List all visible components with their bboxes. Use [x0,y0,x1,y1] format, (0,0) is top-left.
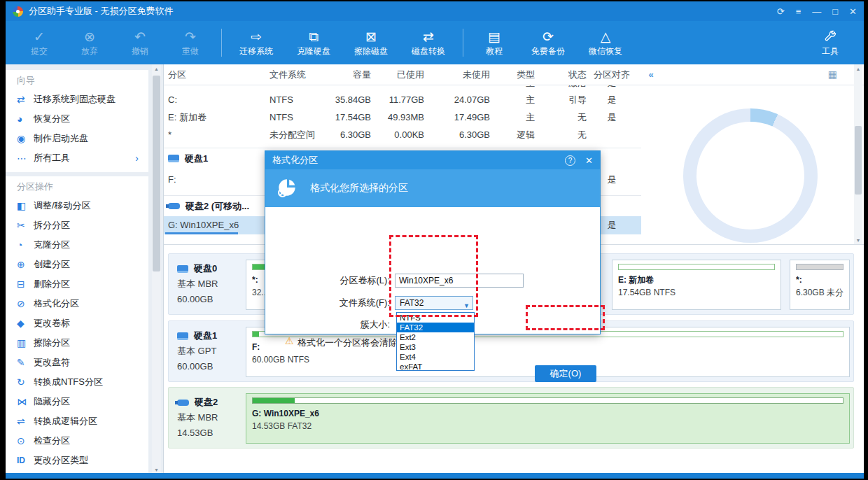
usb-drive-icon [168,203,180,209]
sidebar-item-resize-move[interactable]: ◧ 调整/移动分区 [6,196,148,216]
disk2-size: 14.53GB [177,425,218,441]
col-capacity[interactable]: 容量 [322,64,371,85]
migrate-os-button[interactable]: ⇨ 迁移系统 [227,29,285,56]
sidebar-item-change-drive-letter[interactable]: ✎ 更改盘符 [6,353,148,372]
col-type[interactable]: 类型 [490,64,535,85]
sidebar-item-clone-partition[interactable]: ◔ 克隆分区 [6,235,148,255]
minimize-button[interactable]: — [812,6,821,17]
disk2-partition-g-selected[interactable]: G: Win10XPE_x6 14.53GB FAT32 [246,393,850,444]
plus-icon: ⊕ [17,259,34,270]
option-exfat[interactable]: exFAT [397,362,474,372]
undo-button[interactable]: ↶ 撤销 [115,29,165,56]
resize-icon: ◧ [17,200,34,211]
trash-icon: ⊟ [17,278,34,290]
usb-drive-icon [177,400,189,406]
table-scrollbar[interactable]: ▲ ▼ [854,64,862,245]
tutorial-button[interactable]: ▤ 教程 [469,29,519,56]
toolbar-separator [221,29,222,57]
col-alignment[interactable]: 分区对齐 [587,64,637,85]
disk2-meta: 基本 MBR [177,410,218,425]
scrollbar-thumb[interactable] [855,126,862,195]
view-layout-icon[interactable]: ▦ [828,69,837,80]
free-backup-button[interactable]: ⟳ 免费备份 [519,29,577,56]
col-filesystem[interactable]: 文件系统 [270,64,322,85]
dialog-banner: 格式化您所选择的分区 [265,169,600,207]
volume-label-label: 分区卷标(L): [286,274,390,288]
annotation-box-ok [526,305,605,330]
sidebar-item-wipe-partition[interactable]: ▥ 擦除分区 [6,333,148,353]
sidebar-item-all-tools[interactable]: ⋯ 所有工具 › [6,148,148,168]
collapse-columns-icon[interactable]: « [637,64,665,85]
scroll-up-icon[interactable]: ▲ [152,64,161,73]
sidebar-item-bootable-media[interactable]: ◉ 制作启动光盘 [6,129,148,148]
scroll-up-icon[interactable]: ▲ [854,64,862,73]
tools-button[interactable]: 工具 [805,29,855,56]
maximize-button[interactable]: □ [832,6,838,17]
scroll-down-icon[interactable]: ▼ [854,236,862,245]
cancel-circle-icon: ⊗ [84,29,95,46]
col-used[interactable]: 已使用 [371,64,424,85]
toolbar-separator [463,29,463,57]
discard-button[interactable]: ⊗ 放弃 [64,29,115,56]
window-title: 分区助手专业版 - 无损分区免费软件 [29,5,174,17]
sidebar-item-change-partition-type[interactable]: ID 更改分区类型 [6,451,148,470]
redo-icon: ↷ [185,29,196,46]
sidebar: 向导 ⇄ 迁移系统到固态硬盘 ◕ 恢复分区 ◉ 制作启动光盘 ⋯ 所有工具 › [6,64,164,474]
close-button[interactable]: ✕ [849,6,857,17]
redo-button[interactable]: ↷ 重做 [165,29,216,56]
ok-button[interactable]: 确定(O) [535,365,596,382]
option-fat32-selected[interactable]: FAT32 [397,323,474,332]
sidebar-item-split[interactable]: ✂ 拆分分区 [6,216,148,235]
sidebar-item-check-partition[interactable]: ⊙ 检查分区 [6,431,148,451]
sidebar-item-migrate-os[interactable]: ⇄ 迁移系统到固态硬盘 [6,90,148,109]
filesystem-dropdown-list: NTFS FAT32 Ext2 Ext3 Ext4 exFAT [396,312,475,371]
chevron-right-icon: › [135,153,139,164]
help-icon[interactable]: ? [565,155,575,166]
sidebar-item-change-label[interactable]: ◆ 更改卷标 [6,313,148,333]
dialog-close-icon[interactable]: ✕ [585,155,593,166]
disk0-partition-e[interactable]: E: 新加卷 17.54GB NTFS [612,260,781,310]
migrate-os-icon: ⇨ [251,29,262,46]
disk1-size: 60.00GB [177,359,217,374]
sidebar-section-wizards: 向导 [6,70,148,90]
refresh-icon[interactable]: ⟳ [777,6,785,17]
sidebar-item-delete-partition[interactable]: ⊟ 删除分区 [6,274,148,294]
sidebar-scrollbar[interactable]: ▲ ▼ [152,64,161,474]
filesystem-label: 文件系统(F): [286,296,390,310]
disk0-unallocated[interactable]: *: 6.30GB 未分配... [790,260,850,310]
commit-button[interactable]: ✓ 提交 [14,29,64,56]
disc-icon: ◉ [17,133,34,144]
disk0-meta: 基本 MBR [177,276,218,292]
sidebar-item-convert-ntfs[interactable]: ↻ 转换成NTFS分区 [6,372,148,392]
wipe-disk-button[interactable]: ⊠ 擦除磁盘 [342,29,400,56]
disk1-meta: 基本 GPT [177,344,217,359]
convert-icon: ↻ [17,376,34,388]
convert-disk-button[interactable]: ⇄ 磁盘转换 [400,29,457,56]
sidebar-item-convert-logical[interactable]: ⇌ 转换成逻辑分区 [6,411,148,431]
col-partition[interactable]: 分区 [168,64,270,85]
table-row-e[interactable]: E: 新加卷 NTFS 17.54GB 49.93MB 17.49GB 主 无 … [164,108,641,126]
table-row-c[interactable]: C: NTFS 35.84GB 11.77GB 24.07GB 主 引导 是 [164,91,641,108]
col-status[interactable]: 状态 [535,64,587,85]
sidebar-item-create-partition[interactable]: ⊕ 创建分区 [6,255,148,274]
option-ext4[interactable]: Ext4 [397,352,474,362]
clone-disk-icon: ⧉ [309,29,318,46]
option-ext3[interactable]: Ext3 [397,342,474,352]
col-unused[interactable]: 未使用 [424,64,490,85]
table-row-unallocated[interactable]: * 未分配空间 6.30GB 0.00KB 6.30GB 逻辑 无 [164,126,641,143]
option-ext2[interactable]: Ext2 [397,332,474,342]
clone-disk-button[interactable]: ⧉ 克隆硬盘 [285,29,342,56]
dialog-titlebar: 格式化分区 ? ✕ [265,151,600,169]
check-icon: ✓ [34,29,45,46]
dialog-banner-text: 格式化您所选择的分区 [310,182,408,195]
toolbar: ✓ 提交 ⊗ 放弃 ↶ 撤销 ↷ 重做 ⇨ 迁移系统 ⧉ 克隆硬盘 ⊠ 擦除磁盘 [6,21,864,64]
sidebar-item-hide-partition[interactable]: ⋈ 隐藏分区 [6,392,148,411]
disk2-row: 硬盘2 基本 MBR 14.53GB G: Win10XPE_x6 14.53G… [168,387,854,449]
sidebar-item-recover-partition[interactable]: ◕ 恢复分区 [6,109,148,129]
menu-icon[interactable]: ≡ [796,6,802,17]
wechat-recovery-button[interactable]: △ 微信恢复 [577,29,634,56]
sidebar-item-format-partition[interactable]: ⊘ 格式化分区 [6,294,148,313]
pencil-icon: ✎ [17,357,34,368]
clipped-table-row: 主 激活 是 [164,85,641,91]
scrollbar-thumb[interactable] [153,76,160,271]
